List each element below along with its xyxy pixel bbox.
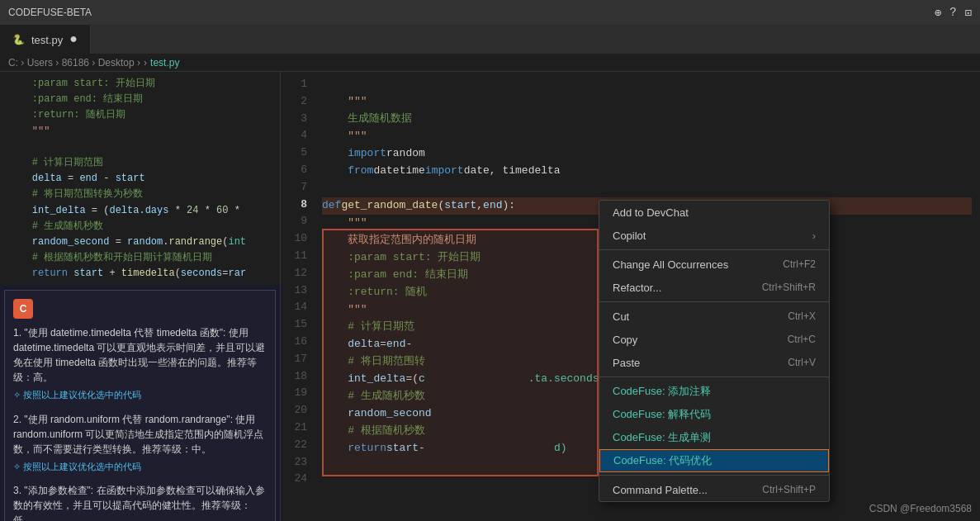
code-line: random_second = random.randrange(int xyxy=(0,234,280,250)
line-num-3: 3 xyxy=(281,111,307,128)
line-num-7: 7 xyxy=(281,179,307,197)
app-title: CODEFUSE-BETA xyxy=(8,7,92,18)
window-icon: ⊡ xyxy=(965,6,972,20)
line-num-15: 15 xyxy=(281,316,307,334)
suggestion-2-link[interactable]: ✧ 按照以上建议优化选中的代码 xyxy=(13,460,267,474)
menu-separator-1 xyxy=(599,249,829,250)
ai-suggestions-panel: C 1. "使用 datetime.timedelta 代替 timedelta… xyxy=(4,290,276,521)
menu-label-codefuse-explain: CodeFuse: 解释代码 xyxy=(613,407,711,422)
line-num-8: 8 xyxy=(281,197,307,214)
menu-label-change-all: Change All Occurrences xyxy=(613,258,728,271)
breadcrumb-file: test.py xyxy=(150,57,179,69)
sidebar-code: :param start: 开始日期 :param end: 结束日期 :ret… xyxy=(0,72,280,286)
menu-arrow-copilot: › xyxy=(812,230,816,242)
code-line: # 将日期范围转换为秒数 xyxy=(0,187,280,202)
menu-shortcut-copy: Ctrl+C xyxy=(788,334,816,345)
code-line-6: from datetime import date, timedelta xyxy=(322,163,972,180)
line-num-23: 23 xyxy=(281,454,307,471)
editor-area: 1 2 3 4 5 6 7 8 9 10 11 12 13 14 15 16 1… xyxy=(281,72,980,521)
suggestion-2: 2. "使用 random.uniform 代替 random.randrang… xyxy=(13,412,267,474)
codefuse-logo: C xyxy=(13,299,33,319)
code-line-7 xyxy=(322,180,972,197)
code-line: int_delta = (delta.days * 24 * 60 * xyxy=(0,203,280,219)
menu-label-cut: Cut xyxy=(613,310,629,323)
menu-item-codefuse-optimize[interactable]: CodeFuse: 代码优化 xyxy=(599,449,829,472)
line-num-19: 19 xyxy=(281,385,307,402)
suggestion-3: 3. "添加参数检查": 在函数中添加参数检查可以确保输入参数的有效性，并且可以… xyxy=(13,483,267,521)
menu-item-codefuse-explain[interactable]: CodeFuse: 解释代码 xyxy=(599,403,829,426)
line-num-16: 16 xyxy=(281,334,307,351)
line-num-22: 22 xyxy=(281,437,307,454)
line-num-12: 12 xyxy=(281,265,307,282)
menu-label-add-to-devchat: Add to DevChat xyxy=(613,206,689,219)
menu-item-paste[interactable]: Paste Ctrl+V xyxy=(599,351,829,374)
code-line xyxy=(0,140,280,155)
tab-filename: test.py xyxy=(31,34,63,46)
line-num-4: 4 xyxy=(281,127,307,144)
modified-dot: ● xyxy=(69,32,78,47)
line-num-17: 17 xyxy=(281,351,307,368)
suggestion-3-text: 3. "添加参数检查": 在函数中添加参数检查可以确保输入参数的有效性，并且可以… xyxy=(13,485,265,521)
line-num-1: 1 xyxy=(281,76,307,93)
line-num-11: 11 xyxy=(281,248,307,265)
line-num-6: 6 xyxy=(281,162,307,179)
menu-shortcut-paste: Ctrl+V xyxy=(788,357,816,368)
menu-item-refactor[interactable]: Refactor... Ctrl+Shift+R xyxy=(599,276,829,299)
menu-item-codefuse-test[interactable]: CodeFuse: 生成单测 xyxy=(599,426,829,449)
line-num-5: 5 xyxy=(281,144,307,162)
line-numbers: 1 2 3 4 5 6 7 8 9 10 11 12 13 14 15 16 1… xyxy=(281,72,314,521)
menu-label-codefuse-test: CodeFuse: 生成单测 xyxy=(613,430,711,445)
code-line-4: """ xyxy=(322,128,972,145)
menu-item-copy[interactable]: Copy Ctrl+C xyxy=(599,328,829,351)
menu-item-change-all[interactable]: Change All Occurrences Ctrl+F2 xyxy=(599,253,829,276)
menu-item-cut[interactable]: Cut Ctrl+X xyxy=(599,305,829,328)
main-layout: :param start: 开始日期 :param end: 结束日期 :ret… xyxy=(0,72,980,521)
python-icon: 🐍 xyxy=(12,34,25,46)
menu-separator-3 xyxy=(599,377,829,377)
menu-label-paste: Paste xyxy=(613,357,640,369)
code-line: # 根据随机秒数和开始日期计算随机日期 xyxy=(0,250,280,266)
line-num-13: 13 xyxy=(281,282,307,300)
breadcrumb-path: C: › Users › 86186 › Desktop › xyxy=(8,57,140,69)
line-num-14: 14 xyxy=(281,299,307,316)
file-tab[interactable]: 🐍 test.py ● xyxy=(0,25,91,54)
menu-label-copy: Copy xyxy=(613,334,637,346)
code-line-3: 生成随机数据 xyxy=(322,111,972,128)
menu-item-command-palette[interactable]: Command Palette... Ctrl+Shift+P xyxy=(599,478,829,501)
menu-item-copilot[interactable]: Copilot › xyxy=(599,224,829,247)
line-num-20: 20 xyxy=(281,402,307,419)
code-line: :param start: 开始日期 xyxy=(0,76,280,92)
code-line: return start + timedelta(seconds=rar xyxy=(0,266,280,282)
breadcrumb: C: › Users › 86186 › Desktop › › test.py xyxy=(0,54,980,72)
titlebar: CODEFUSE-BETA ⊕ ? ⊡ xyxy=(0,0,980,25)
menu-separator-2 xyxy=(599,301,829,302)
line-num-10: 10 xyxy=(281,230,307,248)
titlebar-icons: ⊕ ? ⊡ xyxy=(935,6,972,20)
sidebar-panel: :param start: 开始日期 :param end: 结束日期 :ret… xyxy=(0,72,281,521)
line-num-21: 21 xyxy=(281,419,307,437)
menu-item-codefuse-comment[interactable]: CodeFuse: 添加注释 xyxy=(599,380,829,403)
csdn-watermark: CSDN @Freedom3568 xyxy=(869,503,972,514)
code-line: # 计算日期范围 xyxy=(0,155,280,171)
menu-item-add-to-devchat[interactable]: Add to DevChat xyxy=(599,201,829,224)
menu-label-copilot: Copilot xyxy=(613,230,646,242)
menu-separator-4 xyxy=(599,475,829,476)
code-line-5: import random xyxy=(322,145,972,163)
menu-label-command-palette: Command Palette... xyxy=(613,484,708,496)
line-num-24: 24 xyxy=(281,471,307,488)
line-num-2: 2 xyxy=(281,93,307,111)
suggestion-1-text: 1. "使用 datetime.timedelta 代替 timedelta 函… xyxy=(13,327,265,383)
code-line: # 生成随机秒数 xyxy=(0,219,280,234)
menu-label-codefuse-comment: CodeFuse: 添加注释 xyxy=(613,384,711,399)
line-num-18: 18 xyxy=(281,368,307,386)
code-line: :param end: 结束日期 xyxy=(0,92,280,107)
lock-icon: ⊕ xyxy=(935,6,941,20)
line-num-9: 9 xyxy=(281,213,307,230)
menu-shortcut-change-all: Ctrl+F2 xyxy=(783,258,816,270)
suggestion-1: 1. "使用 datetime.timedelta 代替 timedelta 函… xyxy=(13,325,267,402)
code-line: delta = end - start xyxy=(0,171,280,187)
tabbar: 🐍 test.py ● xyxy=(0,25,980,54)
suggestion-1-link[interactable]: ✧ 按照以上建议优化选中的代码 xyxy=(13,388,267,402)
suggestion-2-text: 2. "使用 random.uniform 代替 random.randrang… xyxy=(13,414,263,455)
context-menu: Add to DevChat Copilot › Change All Occu… xyxy=(599,200,830,502)
